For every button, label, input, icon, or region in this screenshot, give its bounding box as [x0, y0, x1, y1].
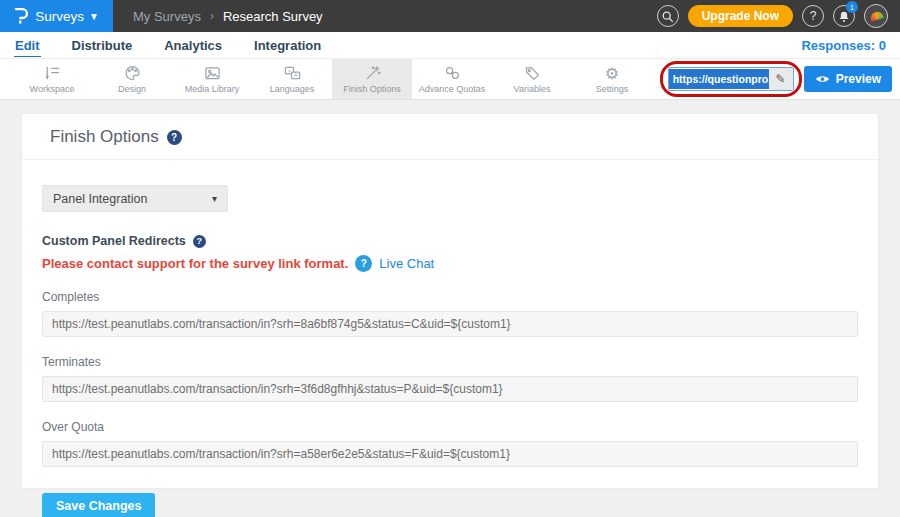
- search-button[interactable]: [657, 5, 679, 27]
- custom-panel-redirects-row: Custom Panel Redirects ?: [42, 234, 858, 248]
- tab-distribute[interactable]: Distribute: [71, 34, 134, 56]
- svg-text:A: A: [293, 72, 297, 78]
- edit-toolbar: Workspace Design Media Library × A Langu…: [0, 59, 900, 100]
- questionpro-logo-icon: [14, 7, 28, 25]
- tab-analytics[interactable]: Analytics: [163, 34, 223, 56]
- finish-options-wand-icon: [363, 64, 382, 82]
- avatar-logo: [869, 10, 884, 22]
- breadcrumb-separator: ›: [210, 9, 214, 23]
- toolbar-item-settings[interactable]: ⚙ Settings: [572, 59, 652, 99]
- edit-url-button[interactable]: ✎: [769, 68, 793, 90]
- question-mark-icon: ?: [810, 9, 817, 23]
- survey-url-input[interactable]: https://questionpro.com/t/A ✎: [668, 67, 794, 91]
- topbar-actions: Upgrade Now ? 1: [657, 0, 900, 32]
- help-button[interactable]: ?: [802, 5, 824, 27]
- support-notice: Please contact support for the survey li…: [42, 256, 348, 271]
- over-quota-url-input[interactable]: [42, 441, 858, 467]
- upgrade-now-button[interactable]: Upgrade Now: [688, 5, 793, 27]
- responses-count[interactable]: Responses: 0: [801, 38, 886, 53]
- top-bar: Surveys ▼ My Surveys › Research Survey U…: [0, 0, 900, 32]
- terminates-url-input[interactable]: [42, 376, 858, 402]
- over-quota-group: Over Quota: [42, 420, 858, 467]
- notification-count-badge: 1: [846, 1, 858, 13]
- completes-url-input[interactable]: [42, 311, 858, 337]
- tab-integration[interactable]: Integration: [253, 34, 322, 56]
- settings-gear-icon: ⚙: [605, 65, 619, 82]
- finish-options-help-icon[interactable]: ?: [167, 130, 182, 145]
- media-library-icon: [203, 64, 222, 82]
- preview-button[interactable]: Preview: [804, 66, 892, 92]
- breadcrumb-current-survey: Research Survey: [223, 9, 323, 24]
- dropdown-selected-value: Panel Integration: [53, 192, 148, 206]
- breadcrumb: My Surveys › Research Survey: [133, 0, 323, 32]
- finish-options-card: Finish Options ? Panel Integration ▾ Cus…: [21, 113, 879, 489]
- design-palette-icon: [123, 64, 142, 82]
- variables-tag-icon: [523, 64, 542, 82]
- over-quota-label: Over Quota: [42, 420, 858, 434]
- workspace-icon: [43, 64, 62, 82]
- save-changes-button[interactable]: Save Changes: [42, 493, 155, 517]
- product-name: Surveys: [35, 9, 84, 24]
- survey-nav: Edit Distribute Analytics Integration Re…: [0, 32, 900, 59]
- product-switcher[interactable]: Surveys ▼: [0, 0, 113, 32]
- card-body: Panel Integration ▾ Custom Panel Redirec…: [22, 160, 878, 517]
- survey-url-wrap: https://questionpro.com/t/A ✎: [668, 67, 794, 91]
- page-title: Finish Options: [50, 127, 159, 147]
- terminates-group: Terminates: [42, 355, 858, 402]
- account-avatar[interactable]: [864, 4, 888, 28]
- survey-url-selected-text: https://questionpro.com/t/A: [669, 69, 769, 89]
- section-label: Custom Panel Redirects: [42, 234, 186, 248]
- chevron-down-icon: ▼: [89, 11, 99, 22]
- terminates-label: Terminates: [42, 355, 858, 369]
- live-chat-link[interactable]: Live Chat: [379, 256, 434, 271]
- toolbar-item-advance-quotas[interactable]: Advance Quotas: [412, 59, 492, 99]
- eye-icon: [815, 74, 830, 84]
- chevron-down-icon: ▾: [212, 193, 217, 204]
- notifications-button[interactable]: 1: [833, 5, 855, 27]
- toolbar-item-languages[interactable]: × A Languages: [252, 59, 332, 99]
- completes-label: Completes: [42, 290, 858, 304]
- live-chat-icon[interactable]: ?: [355, 255, 372, 272]
- toolbar-item-media-library[interactable]: Media Library: [172, 59, 252, 99]
- pencil-icon: ✎: [776, 72, 786, 86]
- tab-edit[interactable]: Edit: [14, 34, 41, 57]
- advance-quotas-chain-icon: [443, 64, 462, 82]
- svg-text:×: ×: [287, 68, 290, 74]
- breadcrumb-my-surveys[interactable]: My Surveys: [133, 9, 201, 24]
- languages-icon: × A: [283, 64, 302, 82]
- custom-panel-redirects-help-icon[interactable]: ?: [193, 235, 206, 248]
- support-notice-row: Please contact support for the survey li…: [42, 255, 858, 272]
- completes-group: Completes: [42, 290, 858, 337]
- panel-integration-dropdown[interactable]: Panel Integration ▾: [42, 185, 228, 212]
- toolbar-item-workspace[interactable]: Workspace: [12, 59, 92, 99]
- search-icon: [661, 10, 674, 23]
- toolbar-item-variables[interactable]: Variables: [492, 59, 572, 99]
- toolbar-item-finish-options[interactable]: Finish Options: [332, 59, 412, 99]
- card-header: Finish Options ?: [22, 114, 878, 160]
- toolbar-item-design[interactable]: Design: [92, 59, 172, 99]
- page-content: Finish Options ? Panel Integration ▾ Cus…: [0, 100, 900, 489]
